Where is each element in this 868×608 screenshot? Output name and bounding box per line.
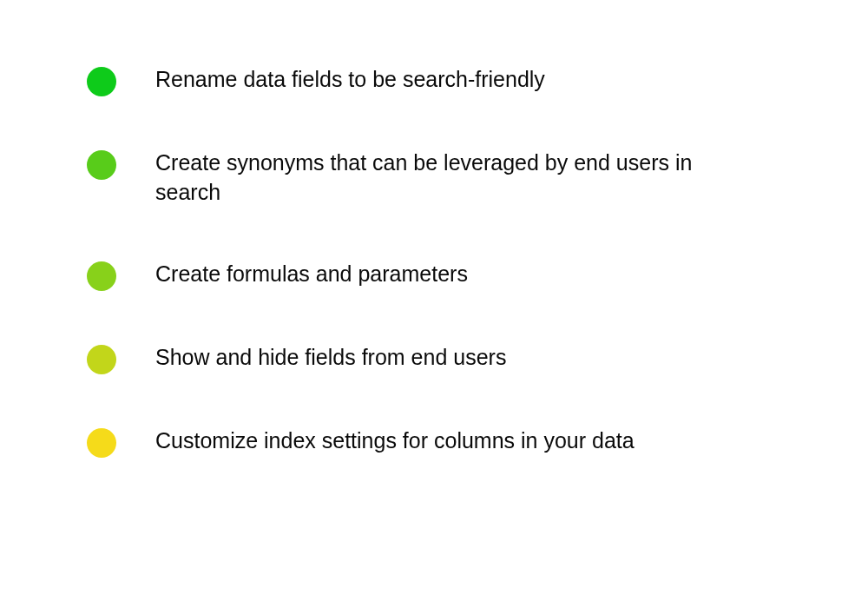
list-item: Create synonyms that can be leveraged by…	[87, 149, 781, 208]
bullet-icon	[87, 345, 116, 374]
list-item: Create formulas and parameters	[87, 260, 781, 291]
bullet-icon	[87, 150, 116, 180]
list-item: Customize index settings for columns in …	[87, 426, 781, 458]
list-item: Show and hide fields from end users	[87, 343, 781, 374]
bullet-icon	[87, 428, 116, 458]
item-text: Show and hide fields from end users	[155, 343, 506, 373]
item-text: Create synonyms that can be leveraged by…	[155, 149, 694, 208]
item-text: Customize index settings for columns in …	[155, 426, 635, 456]
bullet-icon	[87, 261, 116, 291]
item-text: Rename data fields to be search-friendly	[155, 65, 545, 95]
bullet-icon	[87, 67, 116, 96]
list-item: Rename data fields to be search-friendly	[87, 65, 781, 96]
feature-list: Rename data fields to be search-friendly…	[87, 65, 781, 458]
item-text: Create formulas and parameters	[155, 260, 468, 289]
